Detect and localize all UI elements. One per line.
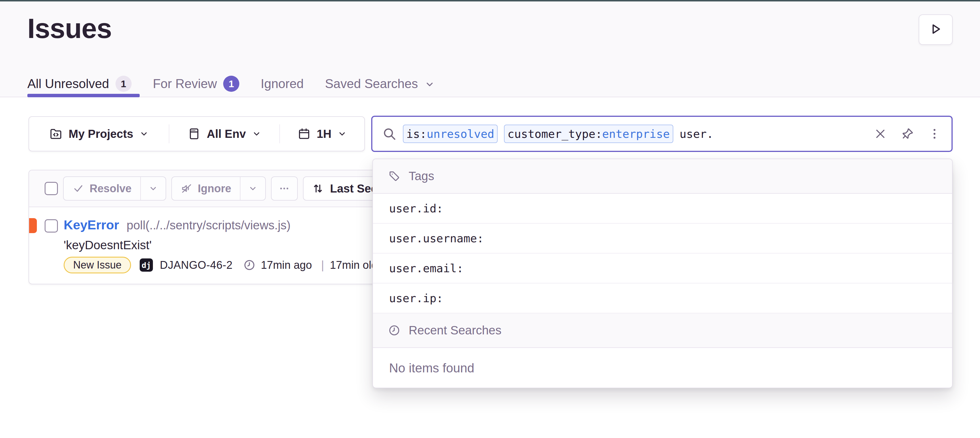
active-tab-underline [27,94,140,97]
tag-icon [388,170,401,182]
mute-icon [181,182,192,195]
clock-icon [243,259,256,271]
tag-suggestion-user-email[interactable]: user.email: [373,254,952,284]
search-typed-text[interactable]: user. [679,127,713,140]
issue-short-id: DJANGO-46-2 [160,259,233,271]
chevron-down-icon [337,129,347,139]
close-icon [874,127,887,140]
chevron-down-icon [424,78,435,89]
page-header: Issues All Unresolved 1 For Review 1 Ign… [0,0,980,97]
ignore-label: Ignore [198,182,231,195]
recent-searches-header: Recent Searches [373,313,952,348]
search-menu-button[interactable] [927,127,942,141]
tab-label: All Unresolved [27,76,109,91]
pin-icon [901,127,914,140]
token-colon: : [595,127,602,140]
tab-label: For Review [153,76,217,91]
chevron-down-icon [248,184,258,194]
tab-count-badge: 1 [223,76,239,92]
tags-section-header: Tags [373,159,952,194]
recent-searches-empty-state: No items found [373,348,952,388]
issue-search-bar[interactable]: is:unresolved customer_type:enterprise u… [371,116,953,152]
check-icon [72,182,84,195]
tab-all-unresolved[interactable]: All Unresolved 1 [27,76,132,92]
sort-arrows-icon [312,182,324,195]
issues-page: Issues All Unresolved 1 For Review 1 Ign… [0,0,980,438]
search-actions [873,127,942,141]
age-separator: | [321,259,324,272]
environment-filter-label: All Env [207,127,246,140]
filter-bar: My Projects All Env 1H [29,116,365,151]
tab-label: Saved Searches [325,76,418,91]
issues-tabs: All Unresolved 1 For Review 1 Ignored Sa… [27,74,435,94]
tab-count-badge: 1 [116,76,132,92]
issue-checkbox[interactable] [45,219,58,233]
chevron-down-icon [148,184,158,194]
resolve-label: Resolve [89,182,132,195]
projects-filter[interactable]: My Projects [29,117,169,151]
error-level-indicator [29,218,37,233]
replay-tour-button[interactable] [919,14,953,45]
resolve-dropdown-button[interactable] [140,177,165,200]
more-actions-button[interactable] [271,176,298,201]
new-issue-badge: New Issue [64,257,131,273]
resolve-split-button: Resolve [63,176,166,201]
issue-message: 'keyDoesntExist' [64,238,151,252]
recent-searches-title: Recent Searches [409,324,501,337]
django-platform-icon: dj [140,259,153,272]
play-icon [928,22,943,38]
tag-suggestion-user-username[interactable]: user.username: [373,224,952,254]
window-icon [187,127,201,141]
token-key: customer_type [508,127,595,140]
chevron-down-icon [139,129,149,139]
search-autocomplete-dropdown: Tags user.id: user.username: user.email:… [372,159,953,388]
tab-for-review[interactable]: For Review 1 [153,76,240,92]
horizontal-dots-icon [278,182,291,195]
folder-code-icon [49,127,63,141]
clock-icon [388,324,401,337]
search-token-customer-type[interactable]: customer_type:enterprise [504,125,673,143]
token-value: unresolved [426,127,494,140]
token-key: is [406,127,420,140]
resolve-button[interactable]: Resolve [64,177,140,200]
issue-title-link[interactable]: KeyError [64,217,119,233]
select-all-checkbox[interactable] [45,182,58,195]
pin-search-button[interactable] [900,127,915,141]
ignore-split-button: Ignore [171,176,266,201]
time-range-label: 1H [317,127,331,140]
token-colon: : [420,127,426,140]
tab-ignored[interactable]: Ignored [261,76,304,91]
tags-section-title: Tags [409,169,434,183]
ignore-dropdown-button[interactable] [240,177,265,200]
ignore-button[interactable]: Ignore [172,177,240,200]
calendar-icon [297,127,311,141]
tag-suggestion-user-ip[interactable]: user.ip: [373,284,952,313]
time-range-filter[interactable]: 1H [280,117,364,151]
search-token-is-unresolved[interactable]: is:unresolved [403,125,498,143]
environment-filter[interactable]: All Env [169,117,279,151]
tab-saved-searches[interactable]: Saved Searches [325,76,435,91]
issue-age: 17min ago [261,259,312,271]
vertical-dots-icon [928,127,941,140]
issue-culprit: poll(../../sentry/scripts/views.js) [127,218,291,232]
issue-lifetime: 17min old [330,259,377,271]
clear-search-button[interactable] [873,127,888,141]
tag-suggestion-user-id[interactable]: user.id: [373,194,952,224]
issue-title-line: KeyError poll(../../sentry/scripts/views… [64,217,291,233]
tab-label: Ignored [261,76,304,91]
search-icon [382,127,396,141]
token-value: enterprise [602,127,670,140]
chevron-down-icon [252,129,261,139]
issue-meta-row: New Issue dj DJANGO-46-2 17min ago | 17m… [64,257,377,273]
page-title: Issues [27,13,112,44]
projects-filter-label: My Projects [68,127,133,140]
top-accent-strip [0,0,980,2]
